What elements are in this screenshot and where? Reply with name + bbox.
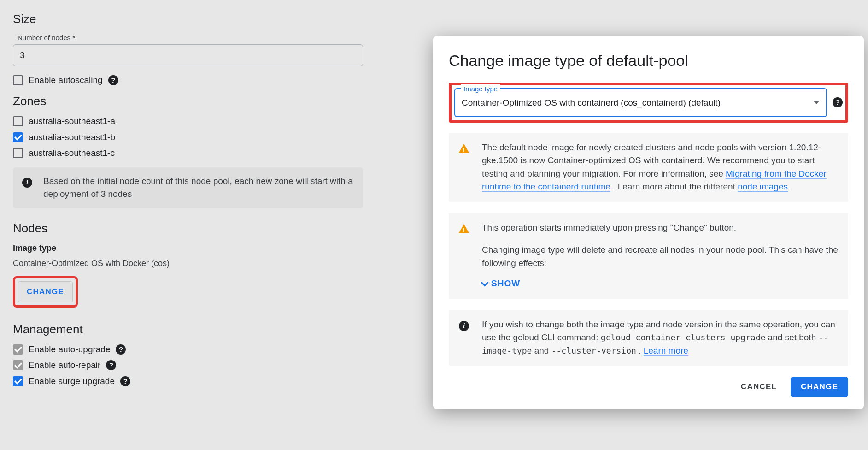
cancel-button[interactable]: CANCEL [733,377,784,397]
autoscaling-checkbox[interactable] [13,75,23,85]
warning-text: This operation starts immediately upon p… [482,221,838,235]
help-icon[interactable]: ? [116,344,126,355]
zones-info-box: i Based on the initial node count of thi… [13,167,363,208]
zone-checkbox-b[interactable] [13,132,23,142]
nodes-count-label: Number of nodes * [18,33,374,43]
help-icon[interactable]: ? [108,75,118,85]
surge-upgrade-label: Enable surge upgrade [29,375,115,388]
warning-text: Changing image type will delete and recr… [482,243,838,270]
learn-more-link[interactable]: Learn more [644,346,688,356]
image-type-select-value: Container-Optimized OS with containerd (… [462,98,721,107]
image-type-select-highlight: Image type Container-Optimized OS with c… [449,83,848,123]
migration-warning-box: The default node image for newly created… [449,133,848,202]
change-button[interactable]: CHANGE [791,377,848,397]
size-heading: Size [13,10,374,28]
zone-label: australia-southeast1-c [29,147,115,160]
change-button-highlight: CHANGE [13,276,78,308]
zone-checkbox-c[interactable] [13,148,23,158]
gcloud-command-code: gcloud container clusters upgrade [601,332,766,342]
node-images-link[interactable]: node images [738,182,788,192]
dialog-title: Change image type of default-pool [449,49,848,72]
help-icon[interactable]: ? [106,360,116,370]
nodes-count-input[interactable] [13,44,363,66]
zone-label: australia-southeast1-b [29,131,115,144]
chevron-down-icon [813,101,820,104]
operation-warning-box: This operation starts immediately upon p… [449,213,848,299]
image-type-select-label: Image type [461,84,500,95]
change-image-type-button[interactable]: CHANGE [18,281,73,302]
surge-upgrade-checkbox[interactable] [13,376,23,386]
auto-repair-checkbox [13,360,23,370]
change-image-type-dialog: Change image type of default-pool Image … [433,36,864,409]
cluster-version-flag-code: --cluster-version [551,346,636,355]
image-type-select[interactable]: Image type Container-Optimized OS with c… [454,88,827,117]
show-effects-toggle[interactable]: SHOW [482,277,520,290]
image-type-label: Image type [13,242,374,255]
warning-icon [459,144,469,153]
gcloud-info-box: i If you wish to change both the image t… [449,310,848,366]
zones-info-text: Based on the initial node count of this … [43,175,354,201]
help-icon[interactable]: ? [120,376,130,386]
autoscaling-label: Enable autoscaling [29,74,103,87]
auto-upgrade-checkbox [13,344,23,355]
chevron-down-icon [481,279,489,287]
info-icon: i [22,178,32,188]
zone-label: australia-southeast1-a [29,115,115,128]
help-icon[interactable]: ? [833,97,843,107]
management-heading: Management [13,320,374,338]
zones-heading: Zones [13,92,374,110]
zone-checkbox-a[interactable] [13,116,23,126]
auto-upgrade-label: Enable auto-upgrade [29,343,110,356]
info-icon: i [459,321,469,331]
nodes-heading: Nodes [13,219,374,237]
auto-repair-label: Enable auto-repair [29,359,100,372]
warning-icon [459,224,469,233]
image-type-value: Container-Optimized OS with Docker (cos) [13,257,374,270]
